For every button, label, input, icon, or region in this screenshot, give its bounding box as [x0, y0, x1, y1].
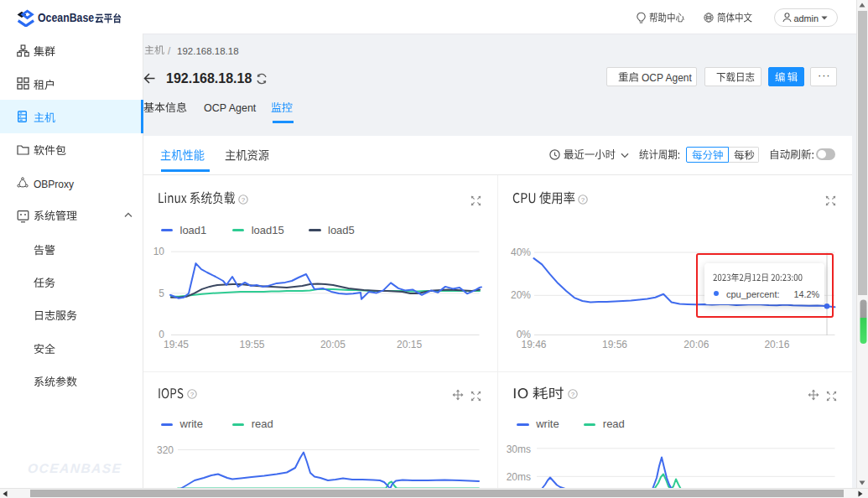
- svg-text:19:46: 19:46: [521, 339, 546, 350]
- svg-text:40%: 40%: [511, 246, 531, 258]
- svg-text:20ms: 20ms: [507, 471, 531, 483]
- svg-text:19:56: 19:56: [602, 339, 627, 350]
- svg-text:20:06: 20:06: [683, 339, 709, 350]
- svg-text:30ms: 30ms: [507, 444, 531, 455]
- svg-text:20%: 20%: [511, 289, 531, 301]
- svg-text:20:16: 20:16: [764, 339, 789, 350]
